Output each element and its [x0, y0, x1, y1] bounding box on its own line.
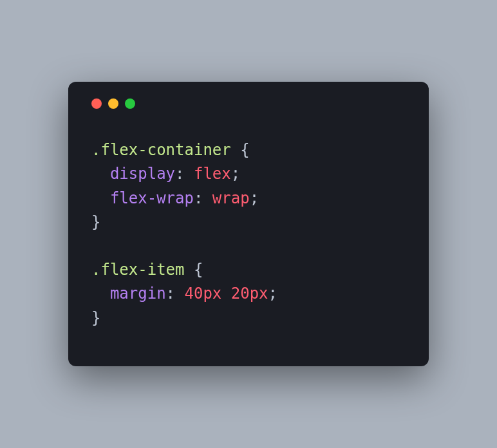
- semicolon: ;: [231, 165, 240, 183]
- zoom-icon[interactable]: [125, 98, 135, 109]
- close-icon[interactable]: [91, 98, 102, 109]
- css-value: flex: [194, 165, 231, 183]
- css-property: display: [110, 165, 175, 183]
- css-value: 40px 20px: [185, 285, 268, 303]
- window-titlebar: [91, 98, 406, 109]
- brace-close: }: [91, 309, 100, 327]
- indent: [91, 285, 110, 303]
- semicolon: ;: [268, 285, 277, 303]
- code-block: .flex-container { display: flex; flex-wr…: [91, 138, 406, 330]
- css-selector: .flex-item: [91, 261, 185, 279]
- indent: [91, 189, 110, 207]
- css-property: margin: [110, 285, 166, 303]
- semicolon: ;: [250, 189, 259, 207]
- colon: :: [194, 189, 212, 207]
- colon: :: [175, 165, 194, 183]
- brace-close: }: [91, 213, 100, 231]
- css-value: wrap: [212, 189, 250, 207]
- indent: [91, 165, 110, 183]
- code-window: .flex-container { display: flex; flex-wr…: [68, 82, 429, 366]
- brace-open: {: [185, 261, 203, 279]
- minimize-icon[interactable]: [108, 98, 118, 109]
- css-property: flex-wrap: [110, 189, 194, 207]
- colon: :: [166, 285, 185, 303]
- css-selector: .flex-container: [91, 141, 231, 159]
- brace-open: {: [231, 141, 250, 159]
